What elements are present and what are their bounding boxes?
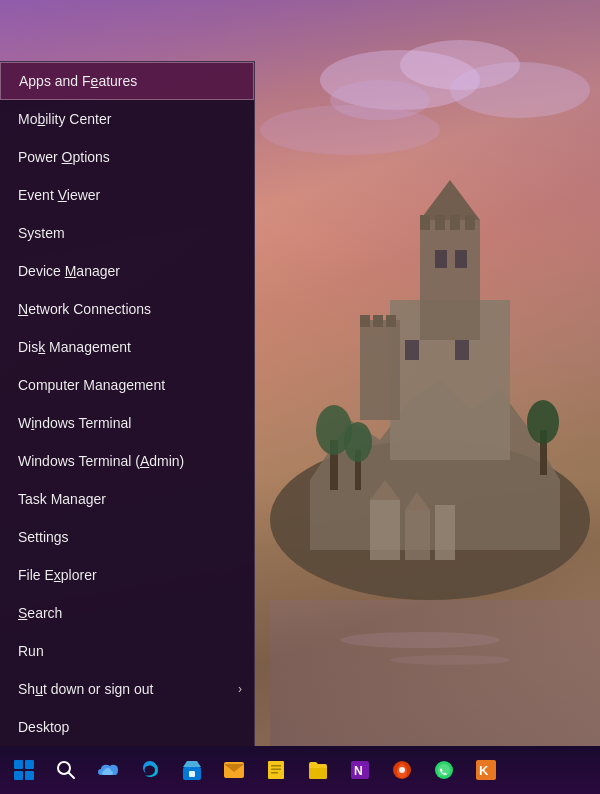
svg-rect-50 [271, 765, 281, 767]
svg-rect-12 [435, 215, 445, 230]
submenu-arrow-icon: › [238, 682, 242, 696]
svg-rect-16 [360, 315, 370, 327]
onedrive-taskbar-button[interactable] [88, 746, 128, 794]
svg-point-30 [340, 632, 500, 648]
taskbar: N K [0, 746, 600, 794]
start-button[interactable] [4, 746, 44, 794]
menu-item-shut-down[interactable]: Shut down or sign out › [0, 670, 254, 708]
menu-item-task-manager[interactable]: Task Manager [0, 480, 254, 518]
menu-item-apps-features[interactable]: Apps and Features [0, 62, 254, 100]
menu-item-windows-terminal-admin[interactable]: Windows Terminal (Admin) [0, 442, 254, 480]
svg-rect-22 [455, 340, 469, 360]
svg-rect-33 [405, 510, 430, 560]
menu-item-windows-terminal[interactable]: Windows Terminal [0, 404, 254, 442]
notepad-taskbar-button[interactable] [256, 746, 296, 794]
svg-rect-14 [465, 215, 475, 230]
svg-text:K: K [479, 763, 489, 778]
menu-item-settings[interactable]: Settings [0, 518, 254, 556]
menu-item-network-connections[interactable]: Network Connections [0, 290, 254, 328]
svg-rect-46 [189, 771, 195, 777]
karate-taskbar-button[interactable]: K [466, 746, 506, 794]
svg-point-26 [344, 422, 372, 462]
onenote-taskbar-button[interactable]: N [340, 746, 380, 794]
svg-rect-19 [435, 250, 447, 268]
office-taskbar-button[interactable] [382, 746, 422, 794]
edge-taskbar-button[interactable] [130, 746, 170, 794]
svg-rect-20 [455, 250, 467, 268]
svg-rect-15 [360, 320, 400, 420]
context-menu: Apps and Features Mobility Center Power … [0, 61, 255, 746]
menu-item-desktop[interactable]: Desktop [0, 708, 254, 746]
svg-rect-29 [270, 600, 600, 750]
svg-text:N: N [354, 764, 363, 778]
svg-rect-39 [25, 760, 34, 769]
svg-rect-17 [373, 315, 383, 327]
svg-line-43 [69, 773, 74, 778]
search-taskbar-button[interactable] [46, 746, 86, 794]
menu-item-computer-management[interactable]: Computer Management [0, 366, 254, 404]
svg-rect-40 [14, 771, 23, 780]
svg-rect-34 [435, 505, 455, 560]
menu-item-disk-management[interactable]: Disk Management [0, 328, 254, 366]
menu-item-file-explorer[interactable]: File Explorer [0, 556, 254, 594]
svg-rect-41 [25, 771, 34, 780]
svg-rect-38 [14, 760, 23, 769]
svg-marker-45 [183, 761, 201, 767]
mail-taskbar-button[interactable] [214, 746, 254, 794]
svg-rect-52 [271, 772, 278, 774]
menu-item-device-manager[interactable]: Device Manager [0, 252, 254, 290]
svg-rect-9 [420, 220, 480, 340]
menu-item-event-viewer[interactable]: Event Viewer [0, 176, 254, 214]
whatsapp-taskbar-button[interactable] [424, 746, 464, 794]
store-taskbar-button[interactable] [172, 746, 212, 794]
svg-point-31 [390, 655, 510, 665]
explorer-taskbar-button[interactable] [298, 746, 338, 794]
svg-rect-32 [370, 500, 400, 560]
menu-item-mobility-center[interactable]: Mobility Center [0, 100, 254, 138]
svg-rect-51 [271, 769, 281, 771]
menu-item-search[interactable]: Search [0, 594, 254, 632]
svg-rect-21 [405, 340, 419, 360]
svg-rect-18 [386, 315, 396, 327]
svg-rect-13 [450, 215, 460, 230]
menu-item-run[interactable]: Run [0, 632, 254, 670]
menu-item-power-options[interactable]: Power Options [0, 138, 254, 176]
menu-item-system[interactable]: System [0, 214, 254, 252]
svg-point-56 [399, 767, 405, 773]
svg-point-42 [58, 762, 70, 774]
svg-point-5 [260, 105, 440, 155]
svg-rect-11 [420, 215, 430, 230]
svg-point-28 [527, 400, 559, 444]
svg-point-4 [450, 62, 590, 118]
